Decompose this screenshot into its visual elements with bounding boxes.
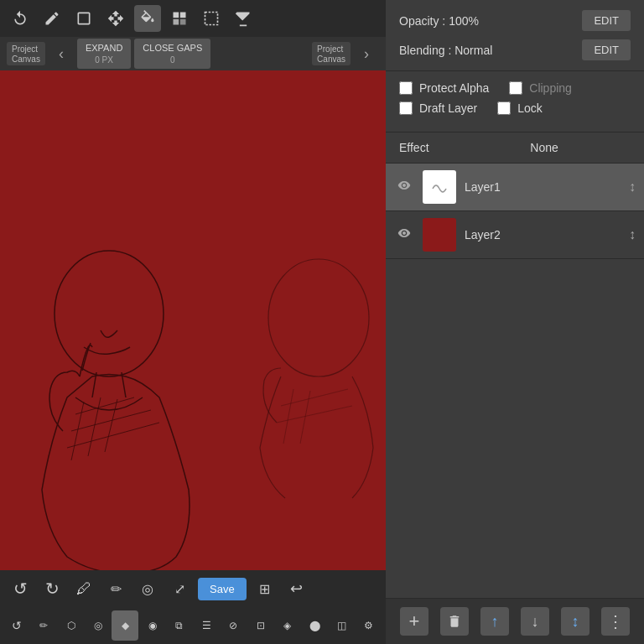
close-gaps-button[interactable]: CLOSE GAPS 0 — [134, 39, 210, 68]
save-button[interactable]: Save — [198, 578, 247, 600]
canvas-area[interactable] — [0, 70, 386, 574]
blending-label: Blending : Normal — [399, 44, 582, 57]
project-label-left: Project Canvas — [7, 42, 45, 65]
brush-action-icon[interactable]: ✏ — [102, 575, 129, 602]
rect-tool[interactable] — [70, 5, 97, 32]
svg-line-7 — [75, 397, 134, 414]
redo-action-icon[interactable]: ↻ — [39, 575, 65, 602]
bottom-select-icon[interactable]: ⊘ — [220, 610, 247, 641]
bottom-erase-icon[interactable]: ◎ — [85, 610, 112, 641]
back-action-icon[interactable]: ↩ — [283, 575, 310, 602]
bottom-layer2-icon[interactable]: ◫ — [328, 610, 355, 641]
clipping-checkbox[interactable] — [509, 81, 522, 95]
layer2-name: Layer2 — [465, 228, 621, 242]
opacity-section: Opacity : 100% EDIT Blending : Normal ED… — [386, 0, 644, 71]
effect-label: Effect — [399, 141, 458, 154]
layer2-sort-icon[interactable]: ↕ — [629, 227, 636, 242]
layer-item[interactable]: Layer1 ↕ — [386, 164, 644, 211]
svg-point-4 — [55, 251, 164, 377]
undo-action-icon[interactable]: ↺ — [7, 575, 34, 602]
clipping-label: Clipping — [529, 81, 572, 95]
scroll-left-icon[interactable]: ‹ — [49, 41, 74, 66]
layer2-visibility-icon[interactable] — [394, 226, 414, 244]
bottom-align-icon[interactable]: ☰ — [193, 610, 220, 641]
layers-section: Layer1 ↕ Layer2 ↕ — [386, 164, 644, 598]
checkboxes-section: Protect Alpha Clipping Draft Layer Lock — [386, 71, 644, 132]
grid-action-icon[interactable]: ⊞ — [252, 575, 278, 602]
svg-rect-1 — [180, 13, 186, 18]
layer-item[interactable]: Layer2 ↕ — [386, 211, 644, 259]
svg-rect-0 — [174, 13, 179, 18]
top-toolbar — [0, 0, 386, 37]
effect-value: None — [458, 141, 631, 154]
second-toolbar: Project Canvas ‹ EXPAND 0 PX CLOSE GAPS … — [0, 37, 386, 70]
bottom-layers-icon[interactable]: ⧉ — [166, 610, 193, 641]
draft-layer-checkbox[interactable] — [399, 101, 413, 115]
layer1-thumbnail — [423, 170, 456, 204]
opacity-label: Opacity : 100% — [399, 14, 582, 28]
layer-controls: + ↑ ↓ ↕ ⋮ — [386, 598, 644, 644]
layer1-name: Layer1 — [465, 180, 621, 194]
fill-tool[interactable] — [134, 5, 161, 32]
svg-line-12 — [105, 399, 117, 452]
lock-checkbox[interactable] — [497, 101, 511, 115]
effect-row: Effect None — [386, 132, 644, 164]
expand-button[interactable]: EXPAND 0 PX — [77, 39, 131, 68]
blending-edit-button[interactable]: EDIT — [582, 39, 631, 60]
svg-line-10 — [71, 402, 84, 460]
delete-layer-button[interactable] — [440, 607, 469, 636]
color-swatch-tool[interactable] — [166, 5, 193, 32]
move-layer-up-button[interactable]: ↑ — [480, 607, 509, 636]
bottom-undo-icon[interactable]: ↺ — [3, 610, 30, 641]
bottom-icon-bar: ↺ ✏ ⬡ ◎ ◆ ◉ ⧉ ☰ ⊘ ⊡ ◈ ⬤ ◫ ⚙ — [0, 607, 386, 644]
protect-alpha-label: Protect Alpha — [419, 81, 489, 95]
eyedropper-action-icon[interactable]: 🖊 — [70, 575, 97, 602]
layer1-visibility-icon[interactable] — [394, 179, 414, 196]
protect-alpha-checkbox[interactable] — [399, 81, 413, 95]
more-options-button[interactable]: ⋮ — [601, 607, 630, 636]
right-panel: Opacity : 100% EDIT Blending : Normal ED… — [386, 0, 644, 644]
bottom-fill-icon[interactable]: ◆ — [112, 610, 138, 641]
bottom-action-toolbar: ↺ ↻ 🖊 ✏ ◎ ⤢ Save ⊞ ↩ — [0, 570, 386, 607]
eraser-wand-tool[interactable] — [230, 5, 257, 32]
bottom-palette2-icon[interactable]: ⬤ — [301, 610, 328, 641]
svg-rect-2 — [174, 19, 179, 25]
move-layer-down-button[interactable]: ↓ — [521, 607, 549, 636]
project-label-right: Project Canvas — [312, 42, 351, 65]
bottom-lasso-icon[interactable]: ⬡ — [58, 610, 85, 641]
svg-line-16 — [283, 389, 293, 444]
svg-rect-18 — [424, 172, 454, 202]
undo-tool[interactable] — [7, 5, 34, 32]
layer2-thumbnail — [423, 218, 456, 252]
add-layer-button[interactable]: + — [400, 607, 428, 636]
transform-tool[interactable] — [102, 5, 129, 32]
lock-label: Lock — [517, 101, 543, 115]
dotted-rect-tool[interactable] — [198, 5, 225, 32]
opacity-edit-button[interactable]: EDIT — [582, 10, 631, 31]
draft-layer-label: Draft Layer — [419, 101, 477, 115]
bottom-dotted-icon[interactable]: ⊡ — [247, 610, 274, 641]
bottom-edit-icon[interactable]: ✏ — [30, 610, 57, 641]
bottom-settings-icon[interactable]: ⚙ — [356, 610, 382, 641]
bottom-palette-icon[interactable]: ◉ — [138, 610, 165, 641]
svg-rect-3 — [180, 19, 186, 25]
canvas-drawing — [0, 70, 386, 574]
eraser-action-icon[interactable]: ◎ — [134, 575, 161, 602]
layer1-sort-icon[interactable]: ↕ — [629, 179, 636, 195]
svg-line-9 — [67, 423, 159, 448]
export-action-icon[interactable]: ⤢ — [166, 575, 193, 602]
svg-point-13 — [268, 259, 369, 377]
scroll-right-icon[interactable]: › — [354, 41, 379, 66]
bottom-fill2-icon[interactable]: ◈ — [274, 610, 301, 641]
sort-layers-button[interactable]: ↕ — [561, 607, 589, 636]
pencil-tool[interactable] — [39, 5, 65, 32]
